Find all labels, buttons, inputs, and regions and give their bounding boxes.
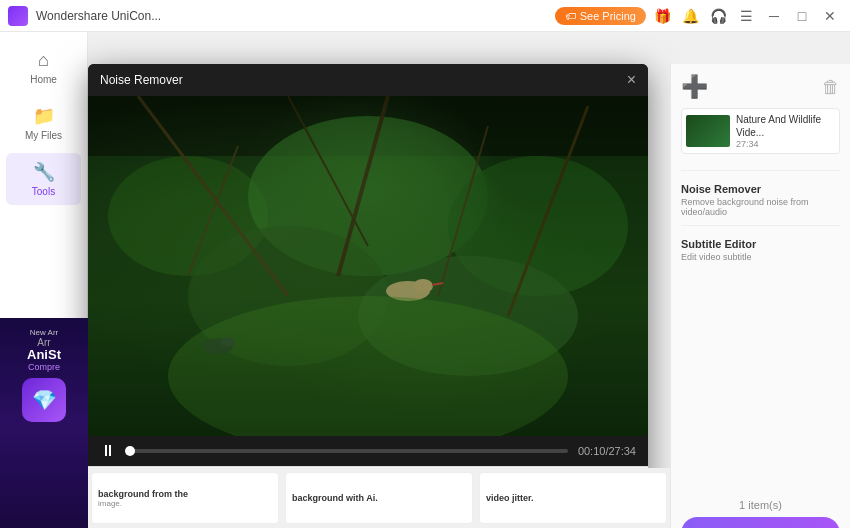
right-panel-actions: ➕ 🗑 [681, 74, 840, 100]
divider2 [681, 225, 840, 226]
main-content: ⌂ Home 📁 My Files 🔧 Tools New Arr Arr An… [0, 32, 850, 528]
progress-bar[interactable] [126, 449, 568, 453]
subtitle-editor-desc: Edit video subtitle [681, 252, 840, 262]
myfiles-icon: 📁 [33, 105, 55, 127]
sidebar-label-tools: Tools [32, 186, 55, 197]
menu-icon[interactable]: ☰ [734, 4, 758, 28]
sidebar: ⌂ Home 📁 My Files 🔧 Tools New Arr Arr An… [0, 32, 88, 528]
sidebar-item-home[interactable]: ⌂ Home [6, 42, 81, 93]
promo-logo-icon: 💎 [22, 378, 66, 422]
see-pricing-button[interactable]: 🏷 See Pricing [555, 7, 646, 25]
noise-remover-title: Noise Remover [681, 183, 840, 195]
video-preview [88, 96, 648, 436]
pause-button[interactable]: ⏸ [100, 442, 116, 460]
subtitle-editor-tool: Subtitle Editor Edit video subtitle [681, 238, 840, 262]
time-display: 00:10/27:34 [578, 445, 636, 457]
dialog-close-button[interactable]: × [627, 72, 636, 88]
promo-banner[interactable]: New Arr Arr AniSt Compre 💎 [0, 318, 88, 528]
headset-icon[interactable]: 🎧 [706, 4, 730, 28]
dialog-title: Noise Remover [100, 73, 183, 87]
title-bar-right: 🏷 See Pricing 🎁 🔔 🎧 ☰ ─ □ ✕ [555, 4, 842, 28]
noise-remover-dialog: Noise Remover × [88, 64, 648, 503]
noise-remover-desc: Remove background noise from video/audio [681, 197, 840, 217]
bottom-card-3: video jitter. [479, 472, 667, 524]
subtitle-editor-title: Subtitle Editor [681, 238, 840, 250]
app-logo-icon [8, 6, 28, 26]
bottom-strip: background from the image. background wi… [88, 468, 670, 528]
dialog-titlebar: Noise Remover × [88, 64, 648, 96]
file-list-item: Nature And Wildlife Vide... 27:34 [681, 108, 840, 154]
item-count: 1 item(s) [681, 499, 840, 511]
add-file-button[interactable]: ➕ [681, 74, 708, 100]
sidebar-label-myfiles: My Files [25, 130, 62, 141]
delete-file-button[interactable]: 🗑 [822, 77, 840, 98]
progress-fill [126, 449, 130, 453]
minimize-button[interactable]: ─ [762, 4, 786, 28]
sidebar-label-home: Home [30, 74, 57, 85]
promo-sub-label: Compre [28, 362, 60, 372]
gift-icon[interactable]: 🎁 [650, 4, 674, 28]
promo-app-name: AniSt [27, 348, 61, 362]
file-name: Nature And Wildlife Vide... [736, 113, 835, 139]
bc-title-1: background from the [98, 489, 272, 499]
file-duration: 27:34 [736, 139, 835, 149]
sidebar-item-tools[interactable]: 🔧 Tools [6, 153, 81, 205]
right-panel: ➕ 🗑 Nature And Wildlife Vide... 27:34 No… [670, 64, 850, 528]
progress-thumb [125, 446, 135, 456]
file-info: Nature And Wildlife Vide... 27:34 [736, 113, 835, 149]
svg-point-14 [413, 279, 433, 293]
bc-title-2: background with Ai. [292, 493, 466, 503]
tools-icon: 🔧 [33, 161, 55, 183]
bc-title-3: video jitter. [486, 493, 660, 503]
notification-icon[interactable]: 🔔 [678, 4, 702, 28]
sidebar-item-myfiles[interactable]: 📁 My Files [6, 97, 81, 149]
divider [681, 170, 840, 171]
bottom-card-1: background from the image. [91, 472, 279, 524]
close-button[interactable]: ✕ [818, 4, 842, 28]
noise-remover-tool: Noise Remover Remove background noise fr… [681, 183, 840, 217]
app-title: Wondershare UniCon... [36, 9, 161, 23]
title-bar: Wondershare UniCon... 🏷 See Pricing 🎁 🔔 … [0, 0, 850, 32]
maximize-button[interactable]: □ [790, 4, 814, 28]
bottom-card-2: background with Ai. [285, 472, 473, 524]
tag-icon: 🏷 [565, 10, 576, 22]
file-thumbnail [686, 115, 730, 147]
video-controls: ⏸ 00:10/27:34 [88, 436, 648, 466]
promo-new-label: New Arr [30, 328, 58, 337]
home-icon: ⌂ [38, 50, 49, 71]
bc-desc-1: image. [98, 499, 272, 508]
title-bar-left: Wondershare UniCon... [8, 6, 161, 26]
convert-all-button[interactable]: Convert All [681, 517, 840, 528]
video-background [88, 96, 648, 436]
